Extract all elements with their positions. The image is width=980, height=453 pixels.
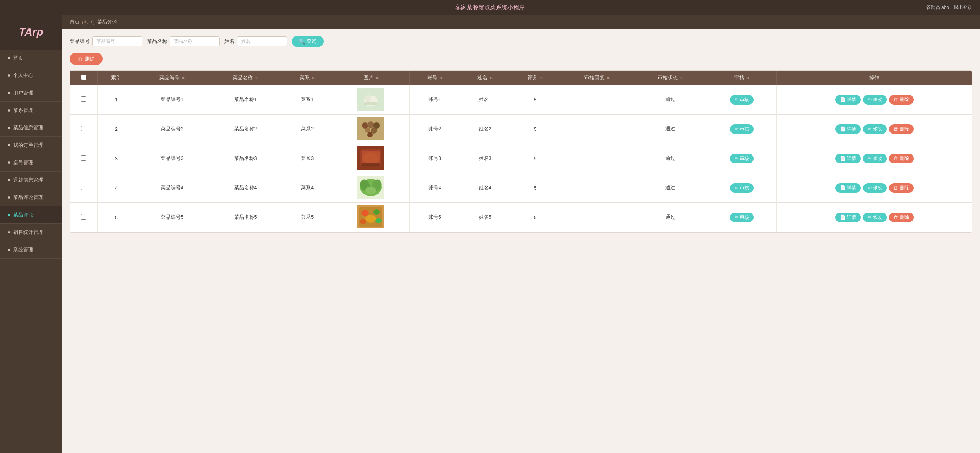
row-checkbox-1[interactable]: [81, 126, 86, 131]
edit-button-0[interactable]: ✏ 修改: [863, 95, 887, 105]
cell-checkbox-2: [70, 144, 97, 173]
comments-table: 索引 菜品编号 ⇅ 菜品名称 ⇅ 菜系 ⇅ 图片 ⇅ 账号 ⇅ 姓名 ⇅ 评分 …: [70, 71, 972, 232]
row-checkbox-0[interactable]: [81, 96, 86, 102]
cell-status-4: 通过: [634, 203, 707, 232]
action-btns-0: 📄 详情 ✏ 修改 🗑 删除: [780, 95, 969, 105]
detail-button-2[interactable]: 📄 详情: [835, 154, 861, 163]
col-image[interactable]: 图片 ⇅: [332, 71, 410, 85]
edit-button-3[interactable]: ✏ 修改: [863, 183, 887, 193]
detail-button-3[interactable]: 📄 详情: [835, 183, 861, 193]
col-status[interactable]: 审核状态 ⇅: [634, 71, 707, 85]
delete-row-button-2[interactable]: 🗑 删除: [889, 154, 913, 163]
row-checkbox-4[interactable]: [81, 214, 86, 220]
delete-row-button-3[interactable]: 🗑 删除: [889, 183, 913, 193]
delete-row-button-4[interactable]: 🗑 删除: [889, 213, 913, 222]
sidebar-item-sys-mgmt[interactable]: 系统管理: [0, 241, 62, 259]
sort-icon-review: ⇅: [746, 76, 749, 80]
review-button-4[interactable]: ✏ 审核: [730, 213, 754, 222]
sidebar-item-sales-mgmt[interactable]: 销售统计管理: [0, 224, 62, 241]
sidebar-label-dish-comment: 菜品评论: [13, 211, 33, 218]
sidebar-item-profile[interactable]: 个人中心: [0, 67, 62, 84]
detail-button-4[interactable]: 📄 详情: [835, 213, 861, 222]
col-review[interactable]: 审核 ⇅: [707, 71, 777, 85]
svg-point-6: [367, 121, 374, 128]
sidebar-item-discount-mgmt[interactable]: 退款信息管理: [0, 172, 62, 189]
cell-index-0: 1: [97, 85, 135, 115]
cell-status-1: 通过: [634, 115, 707, 144]
svg-point-24: [373, 209, 380, 215]
edit-icon-1: ✏: [735, 126, 738, 132]
svg-point-2: [365, 94, 371, 102]
row-checkbox-3[interactable]: [81, 185, 86, 190]
logout-btn[interactable]: 退出登录: [954, 4, 972, 11]
col-index: 索引: [97, 71, 135, 85]
review-button-0[interactable]: ✏ 审核: [730, 95, 754, 105]
review-button-2[interactable]: ✏ 审核: [730, 154, 754, 163]
breadcrumb-sep: (•̀ᴗ•́): [82, 19, 95, 25]
cell-image-2: [332, 144, 410, 173]
sidebar-item-dish-info-mgmt[interactable]: 菜品信息管理: [0, 119, 62, 137]
status-badge-3: 通过: [665, 185, 675, 190]
search-bar: 菜品编号 菜品名称 姓名 🔍 查询: [70, 36, 972, 47]
detail-button-1[interactable]: 📄 详情: [835, 124, 861, 134]
review-button-1[interactable]: ✏ 审核: [730, 124, 754, 134]
del-icon-3: 🗑: [894, 185, 898, 190]
cell-checkbox-1: [70, 115, 97, 144]
comments-table-wrap: 索引 菜品编号 ⇅ 菜品名称 ⇅ 菜系 ⇅ 图片 ⇅ 账号 ⇅ 姓名 ⇅ 评分 …: [70, 70, 972, 233]
select-all-checkbox[interactable]: [81, 75, 86, 80]
sort-icon-status: ⇅: [680, 76, 683, 80]
edit-button-1[interactable]: ✏ 修改: [863, 124, 887, 134]
cell-dish-name-3: 菜品名称4: [209, 173, 282, 203]
sidebar-label-dish-info-mgmt: 菜品信息管理: [13, 124, 43, 131]
breadcrumb-home[interactable]: 首页: [70, 19, 80, 26]
cell-name-4: 姓名5: [460, 203, 510, 232]
delete-btn-label: 删除: [85, 55, 95, 62]
sidebar-item-order-mgmt[interactable]: 我的订单管理: [0, 137, 62, 154]
review-button-3[interactable]: ✏ 审核: [730, 183, 754, 193]
cell-checkbox-0: [70, 85, 97, 115]
cell-reply-4: [560, 203, 634, 232]
col-name[interactable]: 姓名 ⇅: [460, 71, 510, 85]
cell-name-1: 姓名2: [460, 115, 510, 144]
row-checkbox-2[interactable]: [81, 155, 86, 161]
cell-index-2: 3: [97, 144, 135, 173]
input-dish-code[interactable]: [92, 36, 142, 46]
cell-category-4: 菜系5: [282, 203, 332, 232]
batch-delete-button[interactable]: 🗑 删除: [70, 53, 103, 65]
sidebar-item-table-mgmt[interactable]: 桌号管理: [0, 154, 62, 172]
col-dish-name[interactable]: 菜品名称 ⇅: [209, 71, 282, 85]
cell-image-1: [332, 115, 410, 144]
col-reply[interactable]: 审核回复 ⇅: [560, 71, 634, 85]
label-dish-name: 菜品名称: [147, 38, 167, 45]
sidebar-label-order-mgmt: 我的订单管理: [13, 142, 43, 149]
cell-index-4: 5: [97, 203, 135, 232]
col-score[interactable]: 评分 ⇅: [510, 71, 560, 85]
sidebar-item-home[interactable]: 首页: [0, 50, 62, 67]
delete-row-button-0[interactable]: 🗑 删除: [889, 95, 913, 105]
top-bar-right: 管理员 abo 退出登录: [926, 4, 972, 11]
sidebar-item-menu-mgmt[interactable]: 菜系管理: [0, 102, 62, 119]
sidebar-item-comment-mgmt[interactable]: 菜品评论管理: [0, 189, 62, 206]
edit-button-4[interactable]: ✏ 修改: [863, 213, 887, 222]
sort-icon-reply: ⇅: [607, 76, 610, 80]
detail-button-0[interactable]: 📄 详情: [835, 95, 861, 105]
cell-image-3: [332, 173, 410, 203]
delete-row-button-1[interactable]: 🗑 删除: [889, 124, 913, 134]
cell-dish-code-2: 菜品编号3: [135, 144, 209, 173]
cell-index-3: 4: [97, 173, 135, 203]
col-category[interactable]: 菜系 ⇅: [282, 71, 332, 85]
cell-name-0: 姓名1: [460, 85, 510, 115]
sidebar-item-dish-comment[interactable]: 菜品评论: [0, 206, 62, 224]
search-button[interactable]: 🔍 查询: [292, 36, 324, 47]
sort-icon-dish-code: ⇅: [182, 76, 185, 80]
col-dish-code[interactable]: 菜品编号 ⇅: [135, 71, 209, 85]
edit-button-2[interactable]: ✏ 修改: [863, 154, 887, 163]
sidebar-item-user-mgmt[interactable]: 用户管理: [0, 84, 62, 102]
cell-checkbox-3: [70, 173, 97, 203]
col-account[interactable]: 账号 ⇅: [409, 71, 460, 85]
cell-account-1: 账号2: [409, 115, 460, 144]
cell-checkbox-4: [70, 203, 97, 232]
input-dish-name[interactable]: [170, 36, 220, 46]
input-name[interactable]: [237, 36, 287, 46]
sidebar-dot-table-mgmt: [8, 161, 10, 164]
